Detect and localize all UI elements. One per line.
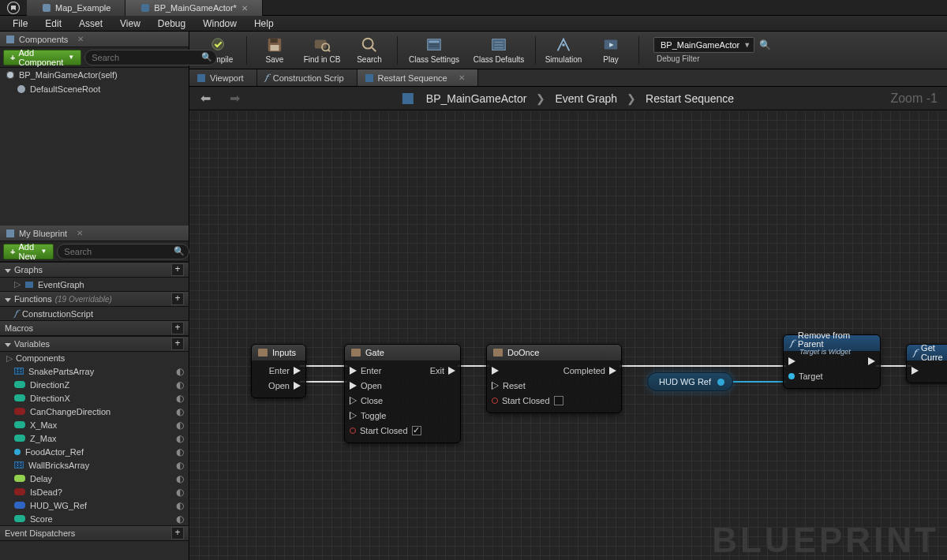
visibility-icon[interactable]: ◐	[176, 460, 184, 471]
menu-window[interactable]: Window	[195, 17, 245, 31]
variable-isdead-[interactable]: IsDead?◐	[0, 485, 189, 498]
save-button[interactable]: Save	[252, 33, 298, 68]
bool-pin[interactable]	[350, 427, 356, 434]
exec-in-pin[interactable]	[350, 382, 357, 390]
breadcrumb-event-graph[interactable]: Event Graph	[555, 92, 617, 105]
variable-hud-wg-ref[interactable]: HUD_WG_Ref◐	[0, 498, 189, 512]
section-variables[interactable]: Variables +	[0, 336, 189, 352]
exec-in-pin[interactable]	[350, 412, 357, 420]
graph-eventgraph[interactable]: ▷EventGraph	[0, 278, 189, 291]
exec-in-pin[interactable]	[492, 367, 499, 375]
visibility-icon[interactable]: ◐	[176, 433, 184, 444]
visibility-icon[interactable]: ◐	[176, 487, 184, 498]
variable-foodactor-ref[interactable]: FoodActor_Ref◐	[0, 445, 189, 458]
section-dispatchers[interactable]: Event Dispatchers +	[0, 525, 189, 541]
function-constructionscript[interactable]: 𝑓ConstructionScript	[0, 307, 189, 320]
myblueprint-search-input[interactable]	[57, 244, 189, 259]
object-in-pin[interactable]	[788, 373, 795, 379]
graph-canvas[interactable]: Inputs Enter Open Gate EnterExit Open Cl…	[189, 110, 947, 560]
close-icon[interactable]: ✕	[459, 73, 465, 82]
variable-directionz[interactable]: DirectionZ◐	[0, 378, 189, 391]
section-functions[interactable]: Functions(19 Overridable) +	[0, 291, 189, 307]
node-doonce[interactable]: DoOnce Completed Reset Start Closed	[486, 344, 622, 413]
variable-directionx[interactable]: DirectionX◐	[0, 391, 189, 405]
add-component-button[interactable]: +Add Component▼	[3, 50, 81, 65]
debug-object-combo[interactable]: BP_MainGameActor▼	[653, 37, 754, 53]
class-defaults-button[interactable]: Class Defaults	[467, 33, 530, 68]
exec-in-pin[interactable]	[350, 367, 357, 375]
exec-out-pin[interactable]	[294, 367, 301, 375]
section-macros[interactable]: Macros +	[0, 320, 189, 336]
tab-viewport[interactable]: Viewport	[189, 69, 257, 86]
node-gate[interactable]: Gate EnterExit Open Close Toggle Start C…	[344, 344, 461, 443]
start-closed-checkbox[interactable]	[412, 426, 421, 435]
add-function-button[interactable]: +	[171, 293, 184, 305]
exec-out-pin[interactable]	[294, 382, 301, 390]
exec-in-pin[interactable]	[350, 397, 357, 405]
search-button[interactable]: Search	[346, 33, 392, 68]
close-icon[interactable]: ✕	[241, 4, 248, 13]
exec-in-pin[interactable]	[911, 367, 919, 375]
section-graphs[interactable]: Graphs +	[0, 262, 189, 278]
simulation-button[interactable]: Simulation	[541, 33, 586, 68]
menu-asset[interactable]: Asset	[71, 17, 110, 31]
visibility-icon[interactable]: ◐	[176, 366, 184, 377]
doc-tab-bp[interactable]: BP_MainGameActor*✕	[125, 0, 263, 16]
variables-components-subhead[interactable]: ▷Components	[0, 352, 189, 364]
find-in-cb-button[interactable]: Find in CB	[299, 33, 345, 68]
visibility-icon[interactable]: ◐	[176, 500, 184, 511]
visibility-icon[interactable]: ◐	[176, 513, 184, 525]
menu-edit[interactable]: Edit	[37, 17, 69, 31]
tab-construction-script[interactable]: 𝑓Construction Scrip	[257, 69, 357, 86]
doc-tab-map[interactable]: Map_Example	[27, 0, 125, 16]
exec-in-pin[interactable]	[492, 382, 499, 390]
add-macro-button[interactable]: +	[171, 322, 184, 334]
exec-out-pin[interactable]	[609, 367, 616, 375]
variable-delay[interactable]: Delay◐	[0, 472, 189, 485]
variable-x-max[interactable]: X_Max◐	[0, 418, 189, 431]
variable-canchangedirection[interactable]: CanChangeDirection◐	[0, 405, 189, 418]
close-icon[interactable]: ✕	[77, 229, 83, 237]
myblueprint-panel-tab[interactable]: My Blueprint ✕	[0, 226, 189, 241]
menu-file[interactable]: File	[5, 17, 36, 31]
search-debug-button[interactable]: 🔍	[758, 38, 772, 52]
breadcrumb-leaf[interactable]: Restart Sequence	[646, 92, 734, 105]
add-dispatcher-button[interactable]: +	[171, 527, 184, 539]
menu-view[interactable]: View	[112, 17, 148, 31]
add-new-button[interactable]: +Add New▼	[3, 244, 54, 259]
add-variable-button[interactable]: +	[171, 338, 184, 350]
variable-wallbricksarray[interactable]: WallBricksArray◐	[0, 458, 189, 472]
visibility-icon[interactable]: ◐	[176, 473, 184, 484]
play-button[interactable]: Play	[588, 33, 634, 68]
exec-out-pin[interactable]	[448, 367, 455, 375]
start-closed-checkbox[interactable]	[554, 396, 563, 405]
nav-forward-button[interactable]: ➡	[226, 91, 243, 106]
visibility-icon[interactable]: ◐	[176, 406, 184, 417]
class-settings-button[interactable]: Class Settings	[402, 33, 466, 68]
visibility-icon[interactable]: ◐	[176, 393, 184, 404]
close-icon[interactable]: ✕	[77, 35, 84, 43]
component-self[interactable]: BP_MainGameActor(self)	[0, 68, 189, 82]
bool-pin[interactable]	[492, 398, 498, 404]
menu-debug[interactable]: Debug	[150, 17, 193, 31]
node-get-current[interactable]: 𝑓Get Curre	[906, 344, 947, 383]
exec-in-pin[interactable]	[788, 357, 795, 365]
tab-restart-sequence[interactable]: Restart Sequence✕	[357, 69, 478, 86]
breadcrumb-root[interactable]: BP_MainGameActor	[426, 92, 527, 105]
variable-snakepartsarray[interactable]: SnakePartsArray◐	[0, 364, 189, 378]
node-inputs[interactable]: Inputs Enter Open	[251, 344, 306, 398]
node-hud-wg-ref[interactable]: HUD WG Ref	[647, 372, 733, 391]
node-remove-from-parent[interactable]: 𝑓Remove from ParentTarget is Widget Targ…	[783, 334, 881, 389]
component-scene-root[interactable]: DefaultSceneRoot	[0, 82, 189, 96]
variable-z-max[interactable]: Z_Max◐	[0, 431, 189, 445]
add-graph-button[interactable]: +	[171, 263, 184, 276]
variable-score[interactable]: Score◐	[0, 512, 189, 525]
menu-help[interactable]: Help	[246, 17, 282, 31]
components-search-input[interactable]	[84, 50, 217, 65]
visibility-icon[interactable]: ◐	[176, 379, 184, 390]
nav-back-button[interactable]: ⬅	[197, 91, 214, 106]
visibility-icon[interactable]: ◐	[176, 420, 184, 431]
visibility-icon[interactable]: ◐	[176, 446, 184, 457]
exec-out-pin[interactable]	[868, 357, 875, 365]
object-out-pin[interactable]	[717, 379, 724, 386]
